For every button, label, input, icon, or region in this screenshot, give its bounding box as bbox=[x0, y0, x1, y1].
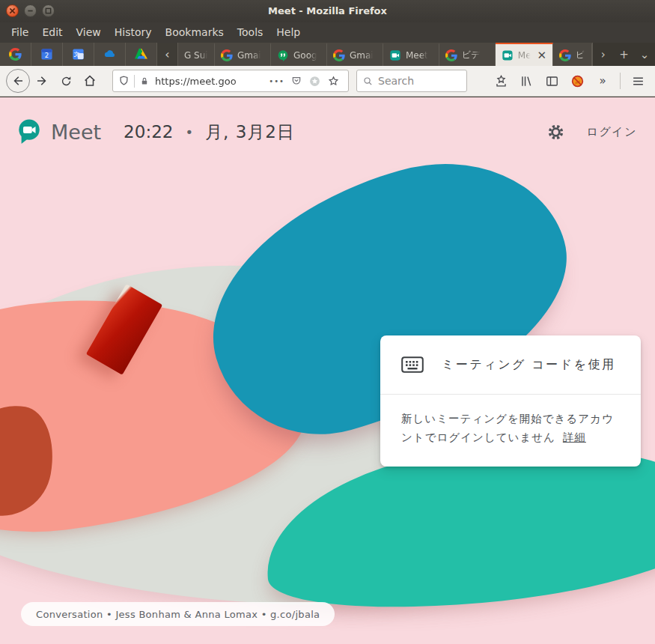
window-controls bbox=[6, 4, 55, 17]
pinned-tab-drive[interactable] bbox=[126, 43, 157, 66]
meeting-code-card: ミーティング コードを使用 新しいミーティングを開始できるアカウントでログインし… bbox=[380, 335, 641, 467]
title-bar: Meet - Mozilla Firefox bbox=[0, 0, 655, 22]
google-translate-icon: 文 bbox=[72, 48, 85, 61]
hamburger-menu-button[interactable] bbox=[627, 70, 649, 91]
back-button[interactable] bbox=[6, 69, 30, 93]
current-time: 20:22 bbox=[124, 122, 173, 142]
new-tab-button[interactable]: + bbox=[615, 48, 633, 61]
tab-meet-active[interactable]: Me ✕ bbox=[496, 43, 553, 66]
overflow-chevrons-icon: » bbox=[599, 74, 606, 88]
lock-icon bbox=[139, 76, 150, 87]
pocket-icon[interactable] bbox=[290, 75, 302, 87]
menu-history[interactable]: History bbox=[108, 22, 159, 43]
tab-video-2[interactable]: ビ bbox=[553, 43, 592, 66]
meet-logo bbox=[16, 118, 42, 145]
library-icon bbox=[520, 74, 534, 88]
bookmarks-menu-button[interactable] bbox=[490, 70, 512, 91]
pinned-tab-onedrive[interactable] bbox=[94, 43, 126, 66]
pinned-tab-calendar[interactable]: 2 bbox=[31, 43, 63, 66]
close-tab-icon[interactable]: ✕ bbox=[537, 49, 546, 62]
page-content: Meet 20:22 • 月, 3月2日 ログイン bbox=[0, 97, 655, 644]
maximize-window-button[interactable] bbox=[42, 4, 55, 17]
reload-button[interactable] bbox=[54, 69, 78, 93]
header-actions: ログイン bbox=[547, 124, 655, 141]
current-date: 月, 3月2日 bbox=[205, 121, 295, 144]
translate-glyph: 文 bbox=[73, 51, 79, 58]
url-bar[interactable]: https://meet.goo ••• bbox=[112, 70, 349, 92]
blocked-extension-icon bbox=[570, 74, 585, 88]
menu-file[interactable]: File bbox=[4, 22, 35, 43]
pinned-tab-translate[interactable]: 文 bbox=[63, 43, 94, 66]
toolbar-separator bbox=[620, 73, 621, 89]
blocked-extension-button[interactable] bbox=[566, 70, 588, 91]
google-icon bbox=[9, 48, 22, 61]
google-icon bbox=[333, 49, 345, 61]
tab-controls: › + ⌄ bbox=[592, 43, 655, 66]
tab-title: G Sui bbox=[184, 50, 208, 61]
header-dot: • bbox=[185, 124, 193, 140]
pinned-tab-google[interactable] bbox=[0, 43, 31, 66]
scroll-tabs-right-button[interactable]: › bbox=[594, 48, 612, 61]
search-input[interactable]: Search bbox=[356, 70, 467, 92]
close-icon bbox=[9, 7, 16, 14]
tab-bar: 2 文 ‹ G Sui Gma bbox=[0, 43, 655, 66]
google-calendar-icon: 2 bbox=[40, 48, 53, 61]
tab-title: Gmai bbox=[237, 50, 261, 61]
artwork-caption-pill: Conversation • Jess Bonham & Anna Lomax … bbox=[21, 602, 335, 626]
hamburger-icon bbox=[632, 76, 645, 87]
maximize-icon bbox=[45, 7, 52, 14]
close-window-button[interactable] bbox=[6, 4, 19, 17]
menu-view[interactable]: View bbox=[70, 22, 108, 43]
home-icon bbox=[83, 74, 97, 88]
list-all-tabs-button[interactable]: ⌄ bbox=[636, 48, 654, 61]
overflow-menu-button[interactable]: » bbox=[591, 70, 614, 91]
menu-bookmarks[interactable]: Bookmarks bbox=[159, 22, 231, 43]
details-link[interactable]: 詳細 bbox=[563, 431, 586, 443]
tab-title: Meet bbox=[406, 50, 428, 61]
use-meeting-code-button[interactable]: ミーティング コードを使用 bbox=[380, 335, 641, 394]
menu-edit[interactable]: Edit bbox=[35, 22, 69, 43]
window-title: Meet - Mozilla Firefox bbox=[0, 0, 655, 22]
tracking-protection-shield-icon bbox=[118, 75, 130, 87]
star-circle-icon[interactable] bbox=[308, 75, 321, 88]
onedrive-icon bbox=[103, 47, 117, 61]
bookmark-tray-icon bbox=[494, 74, 508, 88]
tab-title: Me bbox=[518, 50, 531, 61]
firefox-window: Meet - Mozilla Firefox File Edit View Hi… bbox=[0, 0, 655, 644]
url-text[interactable]: https://meet.goo bbox=[155, 76, 266, 87]
tab-gmail-1[interactable]: Gmai bbox=[215, 43, 271, 66]
meet-page-header: Meet 20:22 • 月, 3月2日 ログイン bbox=[0, 97, 655, 166]
login-button[interactable]: ログイン bbox=[587, 125, 637, 139]
google-drive-icon bbox=[135, 48, 147, 61]
google-icon bbox=[445, 49, 457, 61]
page-actions-icon[interactable]: ••• bbox=[269, 77, 284, 85]
bookmark-star-icon[interactable] bbox=[327, 75, 340, 88]
minimize-icon bbox=[27, 7, 34, 14]
menu-help[interactable]: Help bbox=[269, 22, 307, 43]
library-button[interactable] bbox=[515, 70, 537, 91]
scroll-tabs-left-button[interactable]: ‹ bbox=[157, 43, 178, 66]
settings-gear-icon[interactable] bbox=[547, 124, 564, 141]
tab-title: ビデ bbox=[462, 49, 481, 61]
reload-icon bbox=[60, 75, 73, 88]
sidebar-icon bbox=[545, 74, 559, 88]
tab-meet-1[interactable]: Meet bbox=[383, 43, 439, 66]
urlbar-separator bbox=[134, 75, 135, 88]
brand-name: Meet bbox=[51, 121, 101, 144]
tab-gsuite[interactable]: G Sui bbox=[178, 43, 215, 66]
forward-button[interactable] bbox=[30, 69, 54, 93]
minimize-window-button[interactable] bbox=[24, 4, 37, 17]
home-button[interactable] bbox=[78, 69, 102, 93]
navigation-toolbar: https://meet.goo ••• Search bbox=[0, 66, 655, 97]
tab-hangouts[interactable]: Goog bbox=[271, 43, 327, 66]
tab-title: ビ bbox=[576, 49, 585, 61]
tab-gmail-2[interactable]: Gmai bbox=[327, 43, 383, 66]
sidebar-button[interactable] bbox=[540, 70, 563, 91]
google-icon bbox=[221, 49, 233, 61]
card-title: ミーティング コードを使用 bbox=[442, 357, 616, 373]
hangouts-icon bbox=[277, 49, 289, 61]
tab-video-1[interactable]: ビデ bbox=[439, 43, 496, 66]
menu-tools[interactable]: Tools bbox=[231, 22, 270, 43]
forward-icon bbox=[35, 74, 49, 88]
google-icon bbox=[559, 49, 571, 61]
